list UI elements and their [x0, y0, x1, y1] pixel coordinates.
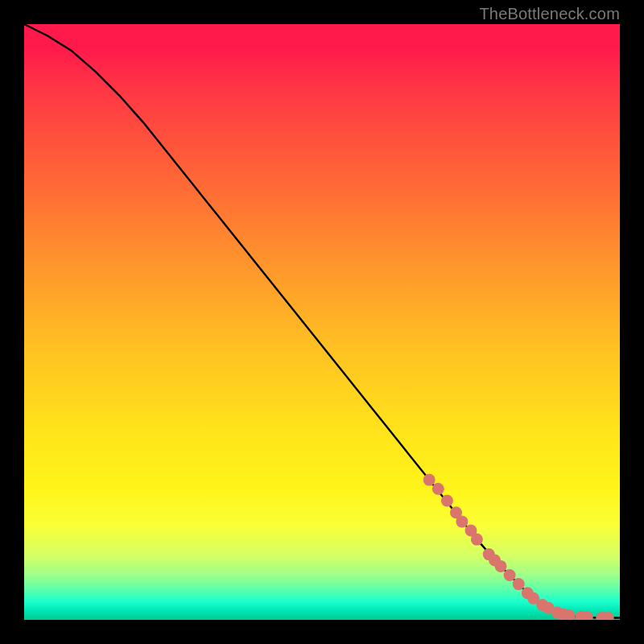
data-marker — [504, 569, 516, 581]
plot-area — [24, 24, 620, 620]
data-marker — [441, 495, 453, 507]
data-marker — [423, 474, 436, 486]
data-marker — [432, 483, 444, 495]
chart-svg-layer — [24, 24, 620, 620]
data-marker — [495, 560, 507, 572]
bottleneck-curve — [24, 24, 620, 618]
watermark-text: TheBottleneck.com — [479, 5, 620, 23]
data-marker — [513, 578, 525, 590]
data-marker — [471, 534, 483, 546]
data-markers-group — [423, 474, 614, 620]
data-marker — [456, 515, 468, 527]
chart-frame: TheBottleneck.com — [0, 0, 644, 644]
